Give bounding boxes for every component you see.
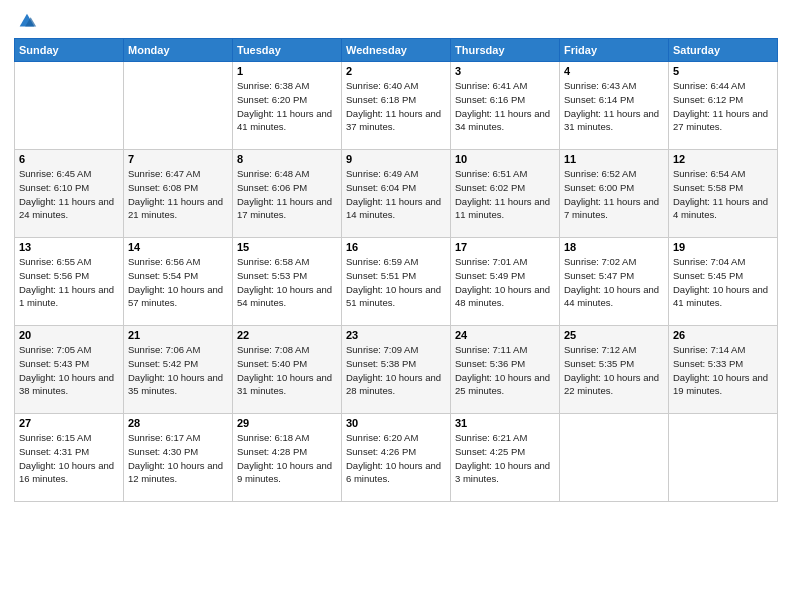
day-number: 21 <box>128 329 228 341</box>
day-detail: Sunrise: 6:17 AM Sunset: 4:30 PM Dayligh… <box>128 431 228 486</box>
day-number: 23 <box>346 329 446 341</box>
day-detail: Sunrise: 6:40 AM Sunset: 6:18 PM Dayligh… <box>346 79 446 134</box>
day-detail: Sunrise: 7:05 AM Sunset: 5:43 PM Dayligh… <box>19 343 119 398</box>
day-number: 14 <box>128 241 228 253</box>
col-header-thursday: Thursday <box>451 39 560 62</box>
calendar-table: SundayMondayTuesdayWednesdayThursdayFrid… <box>14 38 778 502</box>
calendar-cell: 23Sunrise: 7:09 AM Sunset: 5:38 PM Dayli… <box>342 326 451 414</box>
col-header-sunday: Sunday <box>15 39 124 62</box>
calendar-week-5: 27Sunrise: 6:15 AM Sunset: 4:31 PM Dayli… <box>15 414 778 502</box>
day-detail: Sunrise: 7:11 AM Sunset: 5:36 PM Dayligh… <box>455 343 555 398</box>
calendar-cell: 2Sunrise: 6:40 AM Sunset: 6:18 PM Daylig… <box>342 62 451 150</box>
calendar-cell: 6Sunrise: 6:45 AM Sunset: 6:10 PM Daylig… <box>15 150 124 238</box>
day-detail: Sunrise: 6:49 AM Sunset: 6:04 PM Dayligh… <box>346 167 446 222</box>
calendar-week-2: 6Sunrise: 6:45 AM Sunset: 6:10 PM Daylig… <box>15 150 778 238</box>
day-number: 12 <box>673 153 773 165</box>
day-number: 8 <box>237 153 337 165</box>
calendar-cell: 13Sunrise: 6:55 AM Sunset: 5:56 PM Dayli… <box>15 238 124 326</box>
day-number: 24 <box>455 329 555 341</box>
day-number: 2 <box>346 65 446 77</box>
calendar-cell: 26Sunrise: 7:14 AM Sunset: 5:33 PM Dayli… <box>669 326 778 414</box>
day-number: 27 <box>19 417 119 429</box>
calendar-cell: 16Sunrise: 6:59 AM Sunset: 5:51 PM Dayli… <box>342 238 451 326</box>
col-header-saturday: Saturday <box>669 39 778 62</box>
day-detail: Sunrise: 7:08 AM Sunset: 5:40 PM Dayligh… <box>237 343 337 398</box>
day-detail: Sunrise: 7:12 AM Sunset: 5:35 PM Dayligh… <box>564 343 664 398</box>
calendar-cell: 11Sunrise: 6:52 AM Sunset: 6:00 PM Dayli… <box>560 150 669 238</box>
calendar-cell: 14Sunrise: 6:56 AM Sunset: 5:54 PM Dayli… <box>124 238 233 326</box>
day-detail: Sunrise: 6:48 AM Sunset: 6:06 PM Dayligh… <box>237 167 337 222</box>
calendar-cell: 28Sunrise: 6:17 AM Sunset: 4:30 PM Dayli… <box>124 414 233 502</box>
day-number: 29 <box>237 417 337 429</box>
calendar-cell: 12Sunrise: 6:54 AM Sunset: 5:58 PM Dayli… <box>669 150 778 238</box>
day-number: 5 <box>673 65 773 77</box>
calendar-cell <box>669 414 778 502</box>
calendar-cell <box>124 62 233 150</box>
day-number: 15 <box>237 241 337 253</box>
calendar-cell: 25Sunrise: 7:12 AM Sunset: 5:35 PM Dayli… <box>560 326 669 414</box>
day-detail: Sunrise: 6:54 AM Sunset: 5:58 PM Dayligh… <box>673 167 773 222</box>
calendar-cell: 1Sunrise: 6:38 AM Sunset: 6:20 PM Daylig… <box>233 62 342 150</box>
col-header-friday: Friday <box>560 39 669 62</box>
day-number: 3 <box>455 65 555 77</box>
calendar-header-row: SundayMondayTuesdayWednesdayThursdayFrid… <box>15 39 778 62</box>
day-detail: Sunrise: 6:43 AM Sunset: 6:14 PM Dayligh… <box>564 79 664 134</box>
day-detail: Sunrise: 6:59 AM Sunset: 5:51 PM Dayligh… <box>346 255 446 310</box>
day-detail: Sunrise: 6:38 AM Sunset: 6:20 PM Dayligh… <box>237 79 337 134</box>
day-number: 18 <box>564 241 664 253</box>
calendar-cell: 22Sunrise: 7:08 AM Sunset: 5:40 PM Dayli… <box>233 326 342 414</box>
calendar-cell: 18Sunrise: 7:02 AM Sunset: 5:47 PM Dayli… <box>560 238 669 326</box>
col-header-monday: Monday <box>124 39 233 62</box>
day-number: 30 <box>346 417 446 429</box>
calendar-cell <box>15 62 124 150</box>
calendar-cell: 15Sunrise: 6:58 AM Sunset: 5:53 PM Dayli… <box>233 238 342 326</box>
day-detail: Sunrise: 6:44 AM Sunset: 6:12 PM Dayligh… <box>673 79 773 134</box>
day-number: 28 <box>128 417 228 429</box>
calendar-cell: 3Sunrise: 6:41 AM Sunset: 6:16 PM Daylig… <box>451 62 560 150</box>
day-number: 31 <box>455 417 555 429</box>
calendar-cell: 27Sunrise: 6:15 AM Sunset: 4:31 PM Dayli… <box>15 414 124 502</box>
day-detail: Sunrise: 7:01 AM Sunset: 5:49 PM Dayligh… <box>455 255 555 310</box>
day-number: 20 <box>19 329 119 341</box>
day-detail: Sunrise: 6:51 AM Sunset: 6:02 PM Dayligh… <box>455 167 555 222</box>
logo-icon <box>16 10 38 32</box>
calendar-week-3: 13Sunrise: 6:55 AM Sunset: 5:56 PM Dayli… <box>15 238 778 326</box>
day-number: 10 <box>455 153 555 165</box>
calendar-cell: 24Sunrise: 7:11 AM Sunset: 5:36 PM Dayli… <box>451 326 560 414</box>
calendar-cell: 4Sunrise: 6:43 AM Sunset: 6:14 PM Daylig… <box>560 62 669 150</box>
calendar-cell: 29Sunrise: 6:18 AM Sunset: 4:28 PM Dayli… <box>233 414 342 502</box>
day-number: 7 <box>128 153 228 165</box>
calendar-cell: 20Sunrise: 7:05 AM Sunset: 5:43 PM Dayli… <box>15 326 124 414</box>
day-number: 9 <box>346 153 446 165</box>
day-detail: Sunrise: 7:04 AM Sunset: 5:45 PM Dayligh… <box>673 255 773 310</box>
calendar-week-4: 20Sunrise: 7:05 AM Sunset: 5:43 PM Dayli… <box>15 326 778 414</box>
calendar-week-1: 1Sunrise: 6:38 AM Sunset: 6:20 PM Daylig… <box>15 62 778 150</box>
logo <box>14 10 38 32</box>
day-number: 16 <box>346 241 446 253</box>
calendar-cell: 17Sunrise: 7:01 AM Sunset: 5:49 PM Dayli… <box>451 238 560 326</box>
day-number: 22 <box>237 329 337 341</box>
day-detail: Sunrise: 6:41 AM Sunset: 6:16 PM Dayligh… <box>455 79 555 134</box>
day-detail: Sunrise: 7:02 AM Sunset: 5:47 PM Dayligh… <box>564 255 664 310</box>
day-detail: Sunrise: 6:55 AM Sunset: 5:56 PM Dayligh… <box>19 255 119 310</box>
day-detail: Sunrise: 7:14 AM Sunset: 5:33 PM Dayligh… <box>673 343 773 398</box>
day-number: 13 <box>19 241 119 253</box>
calendar-cell <box>560 414 669 502</box>
calendar-cell: 31Sunrise: 6:21 AM Sunset: 4:25 PM Dayli… <box>451 414 560 502</box>
calendar-cell: 21Sunrise: 7:06 AM Sunset: 5:42 PM Dayli… <box>124 326 233 414</box>
day-detail: Sunrise: 6:45 AM Sunset: 6:10 PM Dayligh… <box>19 167 119 222</box>
day-number: 11 <box>564 153 664 165</box>
calendar-cell: 8Sunrise: 6:48 AM Sunset: 6:06 PM Daylig… <box>233 150 342 238</box>
day-detail: Sunrise: 6:47 AM Sunset: 6:08 PM Dayligh… <box>128 167 228 222</box>
calendar-cell: 9Sunrise: 6:49 AM Sunset: 6:04 PM Daylig… <box>342 150 451 238</box>
calendar-cell: 10Sunrise: 6:51 AM Sunset: 6:02 PM Dayli… <box>451 150 560 238</box>
day-detail: Sunrise: 6:56 AM Sunset: 5:54 PM Dayligh… <box>128 255 228 310</box>
page-header <box>14 10 778 32</box>
calendar-cell: 5Sunrise: 6:44 AM Sunset: 6:12 PM Daylig… <box>669 62 778 150</box>
day-number: 26 <box>673 329 773 341</box>
calendar-cell: 19Sunrise: 7:04 AM Sunset: 5:45 PM Dayli… <box>669 238 778 326</box>
day-detail: Sunrise: 6:18 AM Sunset: 4:28 PM Dayligh… <box>237 431 337 486</box>
day-number: 6 <box>19 153 119 165</box>
calendar-cell: 30Sunrise: 6:20 AM Sunset: 4:26 PM Dayli… <box>342 414 451 502</box>
day-detail: Sunrise: 6:15 AM Sunset: 4:31 PM Dayligh… <box>19 431 119 486</box>
